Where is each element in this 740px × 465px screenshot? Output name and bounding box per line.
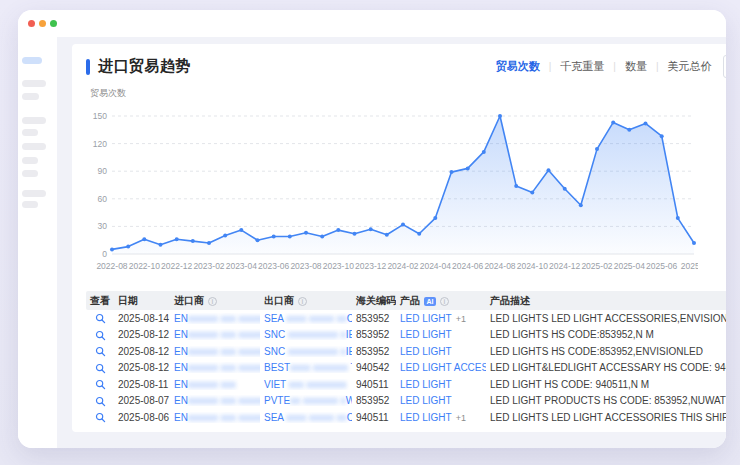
sidebar-item-9[interactable] (22, 190, 46, 197)
redacted-text: xxx xxxxxxxx (289, 379, 347, 390)
sidebar-item-6[interactable] (22, 143, 46, 150)
svg-text:150: 150 (93, 111, 107, 121)
redacted-text: xxxx xxxxx xx (286, 412, 347, 423)
product-cell: LED LIGHT+1 (396, 313, 486, 324)
exporter-link[interactable]: SNC xxxxxxxxxx xIET... (264, 346, 352, 357)
sidebar-item-8[interactable] (22, 170, 38, 177)
column-header-date: 日期 (114, 294, 170, 308)
date-cell: 2025-08-11 (114, 379, 170, 390)
exporter-link[interactable]: SEA xxxx xxxxx xxCH ... (264, 313, 352, 324)
importer-link[interactable]: ENxxxxxx xxx xxxxxxNG L... (174, 412, 260, 423)
exporter-link[interactable]: SEA xxxx xxxxx xxCH ... (264, 412, 352, 423)
table-row-4: 2025-08-12ENxxxxxx xxx xxxxxxNG L...BEST… (86, 360, 726, 377)
importer-link[interactable]: ENxxxxxx xxx xxxxxxNG L... (174, 395, 260, 406)
svg-text:2023-12: 2023-12 (355, 261, 386, 271)
redacted-text: xxxxxx xxx xxxxxx (188, 329, 260, 340)
description-cell: LED LIGHT HS CODE: 940511,N M (486, 379, 726, 390)
magnifier-icon[interactable] (95, 346, 106, 357)
hs-code-cell: 940542 (352, 362, 396, 373)
view-cell (86, 312, 114, 324)
redacted-text: xxxxxx xxx xxxxxx (188, 362, 260, 373)
description-cell: LED LIGHT PRODUCTS HS CODE: 853952,NUWAT… (486, 395, 726, 406)
close-button[interactable] (28, 20, 35, 27)
product-link[interactable]: LED LIGHT (400, 395, 452, 406)
svg-text:60: 60 (98, 194, 108, 204)
exporter-cell: BESTxxxx xxxxxxx THA... (260, 362, 352, 373)
app-window: 进口贸易趋势 贸易次数|千克重量|数量|美元总价 X 导出Excel (18, 10, 726, 448)
export-excel-split-button: X 导出Excel (723, 55, 726, 78)
date-cell: 2025-08-12 (114, 346, 170, 357)
hs-code-cell: 853952 (352, 329, 396, 340)
redacted-text: xxxxxx xxx xxxxxx (188, 346, 260, 357)
sidebar-item-2[interactable] (22, 80, 46, 87)
importer-link[interactable]: ENxxxxxx xxx xxxxxxNG L... (174, 346, 260, 357)
table-body: 2025-08-14ENxxxxxx xxx xxxxxxNG L...SEA … (86, 310, 726, 426)
importer-link[interactable]: ENxxxxxx xxx xxxxxxNG L... (174, 313, 260, 324)
hs-code-cell: 853952 (352, 395, 396, 406)
exporter-link[interactable]: VIET xxx xxxxxxxx (264, 379, 347, 390)
sidebar-item-4[interactable] (22, 117, 46, 124)
trade-trend-card: 进口贸易趋势 贸易次数|千克重量|数量|美元总价 X 导出Excel (72, 44, 726, 432)
magnifier-icon[interactable] (95, 313, 106, 324)
product-link[interactable]: LED LIGHT (400, 313, 452, 324)
exporter-cell: PVTExx xxxxxxx xW VI... (260, 395, 352, 406)
column-header-exporter: 出口商i (260, 294, 352, 308)
minimize-button[interactable] (39, 20, 46, 27)
redacted-text: xx xxxxxxx x (290, 395, 346, 406)
magnifier-icon[interactable] (95, 379, 106, 390)
info-icon[interactable]: i (208, 297, 217, 306)
tab-3[interactable]: 数量 (625, 59, 647, 74)
sidebar-item-5[interactable] (22, 129, 38, 136)
product-link[interactable]: LED LIGHT (400, 379, 452, 390)
info-icon[interactable]: i (440, 297, 449, 306)
svg-text:2025-02: 2025-02 (581, 261, 612, 271)
product-link[interactable]: LED LIGHT ACCESSORY (400, 362, 486, 373)
exporter-link[interactable]: BESTxxxx xxxxxxx THA... (264, 362, 352, 373)
redacted-text: xxxxxx xxx (188, 379, 236, 390)
product-link[interactable]: LED LIGHT (400, 346, 452, 357)
importer-cell: ENxxxxxx xxx xxxxxxNG L... (170, 313, 260, 324)
view-cell (86, 411, 114, 423)
product-extra-count: +1 (456, 413, 466, 423)
importer-link[interactable]: ENxxxxxx xxx xxxxxxNG L... (174, 362, 260, 373)
svg-text:2024-08: 2024-08 (484, 261, 515, 271)
view-cell (86, 329, 114, 341)
zoom-button[interactable] (50, 20, 57, 27)
redacted-text: xxxx xxxxxxx (290, 362, 350, 373)
sidebar-item-10[interactable] (22, 201, 38, 208)
description-cell: LED LIGHTS HS CODE:853952,N M (486, 329, 726, 340)
svg-text:90: 90 (98, 166, 108, 176)
magnifier-icon[interactable] (95, 330, 106, 341)
description-cell: LED LIGHT&LEDLIGHT ACCESSARY HS CODE: 94… (486, 362, 726, 373)
magnifier-icon[interactable] (95, 363, 106, 374)
sidebar-item-3[interactable] (22, 93, 39, 100)
exporter-link[interactable]: PVTExx xxxxxxx xW VI... (264, 395, 352, 406)
magnifier-icon[interactable] (95, 396, 106, 407)
table-header-row: 查看日期进口商i出口商i海关编码产品AIi产品描述原产国 (86, 291, 726, 310)
magnifier-icon[interactable] (95, 412, 106, 423)
product-link[interactable]: LED LIGHT (400, 329, 452, 340)
sidebar-item-1[interactable] (22, 57, 42, 64)
sidebar-item-7[interactable] (22, 157, 38, 164)
table-row-6: 2025-08-07ENxxxxxx xxx xxxxxxNG L...PVTE… (86, 393, 726, 410)
view-cell (86, 345, 114, 357)
importer-link[interactable]: ENxxxxxx xxx xxxxxxNG L... (174, 329, 260, 340)
svg-text:2022-12: 2022-12 (161, 261, 192, 271)
trade-trend-chart: 03060901201502022-082022-102022-122023-0… (86, 102, 726, 286)
tab-1[interactable]: 贸易次数 (496, 59, 540, 74)
export-excel-button[interactable]: X 导出Excel (724, 56, 726, 77)
exporter-link[interactable]: SNC xxxxxxxxxx xIET... (264, 329, 352, 340)
info-icon[interactable]: i (298, 297, 307, 306)
column-header-view: 查看 (86, 294, 114, 308)
importer-link[interactable]: ENxxxxxx xxx (174, 379, 236, 390)
card-header: 进口贸易趋势 贸易次数|千克重量|数量|美元总价 X 导出Excel (86, 55, 726, 78)
trade-records-table: 查看日期进口商i出口商i海关编码产品AIi产品描述原产国 2025-08-14E… (86, 291, 726, 426)
svg-text:2023-06: 2023-06 (258, 261, 289, 271)
exporter-cell: SEA xxxx xxxxx xxCH ... (260, 412, 352, 423)
table-row-2: 2025-08-12ENxxxxxx xxx xxxxxxNG L...SNC … (86, 327, 726, 344)
product-link[interactable]: LED LIGHT (400, 412, 452, 423)
tab-2[interactable]: 千克重量 (560, 59, 604, 74)
tab-4[interactable]: 美元总价 (667, 59, 711, 74)
description-cell: LED LIGHTS LED LIGHT ACCESSORIES THIS SH… (486, 412, 726, 423)
table-row-7: 2025-08-06ENxxxxxx xxx xxxxxxNG L...SEA … (86, 409, 726, 426)
